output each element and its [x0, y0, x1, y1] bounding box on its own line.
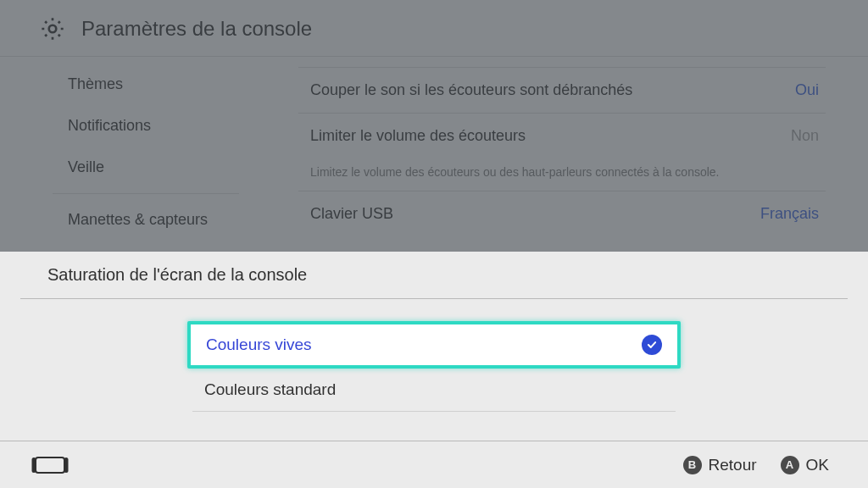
modal-title: Saturation de l'écran de la console [0, 252, 868, 298]
footer: B Retour A OK [0, 441, 868, 488]
hint-ok[interactable]: A OK [781, 456, 829, 474]
hint-label: Retour [709, 456, 757, 474]
controller-icon [31, 455, 70, 475]
dim-overlay [0, 0, 868, 252]
option-label: Couleurs standard [204, 380, 336, 399]
divider [192, 411, 676, 412]
svg-rect-3 [64, 458, 69, 473]
hint-label: OK [806, 456, 829, 474]
a-button-icon: A [781, 456, 799, 474]
modal-saturation: Saturation de l'écran de la console Coul… [0, 252, 868, 488]
b-button-icon: B [683, 456, 702, 474]
option-standard-colors[interactable]: Couleurs standard [187, 369, 681, 411]
svg-rect-2 [32, 458, 36, 473]
check-icon [642, 335, 662, 355]
option-label: Couleurs vives [206, 336, 312, 354]
svg-rect-1 [36, 458, 64, 473]
hint-back[interactable]: B Retour [683, 456, 757, 474]
option-vivid-colors[interactable]: Couleurs vives [187, 321, 681, 369]
